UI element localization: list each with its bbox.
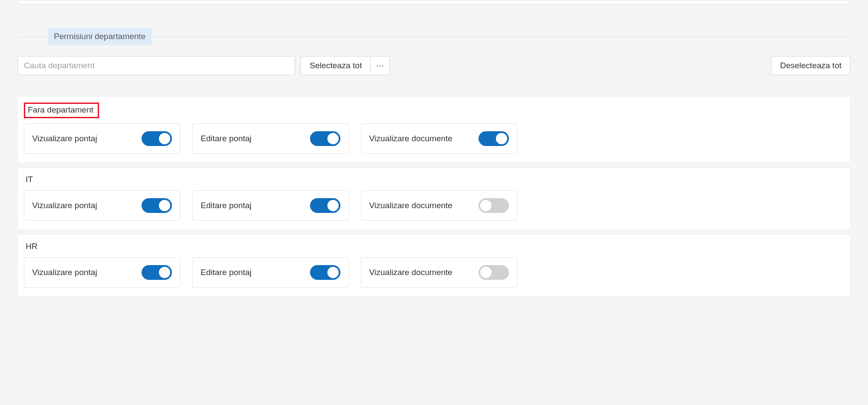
permission-label: Editare pontaj bbox=[201, 201, 251, 210]
permission-view-pontaj-toggle[interactable] bbox=[142, 131, 172, 146]
permission-view-pontaj: Vizualizare pontaj bbox=[24, 257, 180, 288]
toggle-knob bbox=[480, 267, 492, 278]
permission-edit-pontaj-toggle[interactable] bbox=[310, 198, 340, 213]
permission-view-documents: Vizualizare documente bbox=[361, 257, 517, 288]
permission-label: Editare pontaj bbox=[201, 134, 251, 143]
toggle-knob bbox=[327, 267, 339, 278]
permission-view-pontaj: Vizualizare pontaj bbox=[24, 190, 180, 221]
permission-row: Vizualizare pontajEditare pontajVizualiz… bbox=[24, 257, 844, 288]
toggle-knob bbox=[327, 133, 339, 144]
toggle-knob bbox=[327, 200, 339, 211]
department-title: HR bbox=[24, 241, 39, 252]
permission-label: Vizualizare documente bbox=[369, 134, 452, 143]
permission-view-documents-toggle[interactable] bbox=[479, 198, 509, 213]
department-card: Fara departamentVizualizare pontajEditar… bbox=[17, 96, 851, 163]
toggle-knob bbox=[480, 200, 492, 211]
permission-row: Vizualizare pontajEditare pontajVizualiz… bbox=[24, 123, 844, 154]
toggle-knob bbox=[496, 133, 507, 144]
deselect-all-button[interactable]: Deselecteaza tot bbox=[771, 56, 851, 75]
department-title: Fara departament bbox=[24, 103, 99, 118]
select-all-group: Selecteaza tot ··· bbox=[300, 56, 390, 75]
select-all-more-button[interactable]: ··· bbox=[371, 56, 390, 75]
permission-view-pontaj-toggle[interactable] bbox=[142, 198, 172, 213]
toggle-knob bbox=[159, 133, 170, 144]
permission-edit-pontaj-toggle[interactable] bbox=[310, 131, 340, 146]
search-department-input[interactable] bbox=[17, 56, 295, 75]
section-title: Permisiuni departamente bbox=[48, 28, 152, 45]
permission-row: Vizualizare pontajEditare pontajVizualiz… bbox=[24, 190, 844, 221]
permission-view-documents-toggle[interactable] bbox=[479, 131, 509, 146]
permission-view-documents: Vizualizare documente bbox=[361, 123, 517, 154]
permission-view-pontaj: Vizualizare pontaj bbox=[24, 123, 180, 154]
department-card: ITVizualizare pontajEditare pontajVizual… bbox=[17, 167, 851, 230]
permission-label: Vizualizare pontaj bbox=[32, 268, 97, 277]
permission-edit-pontaj: Editare pontaj bbox=[192, 257, 349, 288]
department-title: IT bbox=[24, 174, 35, 185]
top-card-fragment bbox=[17, 0, 851, 4]
permission-view-pontaj-toggle[interactable] bbox=[142, 265, 172, 280]
permission-edit-pontaj: Editare pontaj bbox=[192, 190, 349, 221]
permission-view-documents-toggle[interactable] bbox=[479, 265, 509, 280]
toggle-knob bbox=[159, 200, 170, 211]
permission-edit-pontaj: Editare pontaj bbox=[192, 123, 349, 154]
permission-label: Editare pontaj bbox=[201, 268, 251, 277]
section-header: Permisiuni departamente bbox=[17, 28, 851, 46]
permission-view-documents: Vizualizare documente bbox=[361, 190, 517, 221]
permission-edit-pontaj-toggle[interactable] bbox=[310, 265, 340, 280]
permission-label: Vizualizare documente bbox=[369, 268, 452, 277]
permission-label: Vizualizare pontaj bbox=[32, 201, 97, 210]
permission-label: Vizualizare documente bbox=[369, 201, 452, 210]
permission-label: Vizualizare pontaj bbox=[32, 134, 97, 143]
toolbar: Selecteaza tot ··· Deselecteaza tot bbox=[17, 56, 851, 75]
select-all-button[interactable]: Selecteaza tot bbox=[300, 56, 371, 75]
department-card: HRVizualizare pontajEditare pontajVizual… bbox=[17, 234, 851, 297]
toggle-knob bbox=[159, 267, 170, 278]
